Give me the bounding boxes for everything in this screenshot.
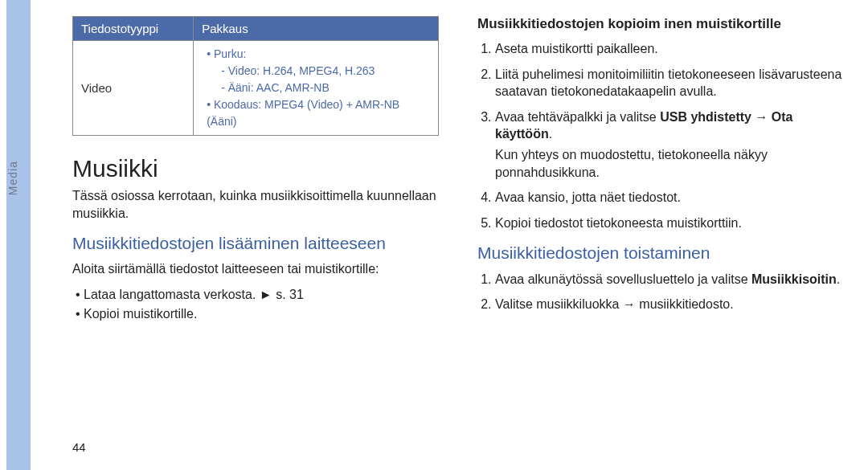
codec-purku-label: Purku: <box>214 47 246 60</box>
copy-step-5: Kopioi tiedostot tietokoneesta muistikor… <box>495 215 844 232</box>
section-title: Musiikki <box>72 155 439 182</box>
subsection-add: Musiikkitiedostojen lisääminen laitteese… <box>72 233 439 254</box>
td-video: Video <box>73 41 194 136</box>
codec-table: Tiedostotyyppi Pakkaus Video Purku: Vide… <box>72 16 439 136</box>
codec-koodaus: Koodaus: MPEG4 (Video) + AMR-NB (Ääni) <box>207 96 430 130</box>
codec-purku-video: Video: H.264, MPEG4, H.263 <box>221 63 430 80</box>
add-lead: Aloita siirtämällä tiedostot laitteeseen… <box>72 260 439 278</box>
th-packing: Pakkaus <box>194 17 439 41</box>
side-tab-label: Media <box>6 161 31 195</box>
play-step-1-pre: Avaa alkunäytössä sovellusluettelo ja va… <box>495 272 751 286</box>
side-tab: Media <box>0 0 34 470</box>
right-column: Musiikkitiedostojen kopioim inen muistik… <box>477 16 844 454</box>
copy-step-3-arrow: → <box>751 110 772 124</box>
play-step-2: Valitse musiikkiluokka → musiikkitiedost… <box>495 296 844 313</box>
copy-heading: Musiikkitiedostojen kopioim inen muistik… <box>477 16 844 32</box>
bullet-copy: Kopioi muistikortille. <box>76 307 439 321</box>
left-column: Tiedostotyyppi Pakkaus Video Purku: Vide… <box>72 16 439 454</box>
copy-step-3: Avaa tehtäväpalkki ja valitse USB yhdist… <box>495 108 844 181</box>
bullet-download: Lataa langattomasta verkosta. ► s. 31 <box>76 288 439 302</box>
copy-step-3-pre: Avaa tehtäväpalkki ja valitse <box>495 110 660 124</box>
play-step-1: Avaa alkunäytössä sovellusluettelo ja va… <box>495 271 844 288</box>
page-number: 44 <box>72 440 86 454</box>
add-bullets: Lataa langattomasta verkosta. ► s. 31 Ko… <box>72 288 439 321</box>
td-codec: Purku: Video: H.264, MPEG4, H.263 Ääni: … <box>194 41 439 136</box>
copy-step-3-note: Kun yhteys on muodostettu, tietokoneella… <box>495 146 844 181</box>
copy-step-4: Avaa kansio, jotta näet tiedostot. <box>495 189 844 206</box>
play-step-1-bold: Musiikkisoitin <box>751 272 837 286</box>
th-filetype: Tiedostotyyppi <box>73 17 194 41</box>
page-content: Tiedostotyyppi Pakkaus Video Purku: Vide… <box>72 16 844 454</box>
copy-step-2: Liitä puhelimesi monitoimiliitin tietoko… <box>495 66 844 100</box>
codec-purku-audio: Ääni: AAC, AMR-NB <box>221 80 430 96</box>
side-tab-bg <box>6 0 31 470</box>
copy-step-3-bold1: USB yhdistetty <box>660 110 751 124</box>
copy-step-1: Aseta muistikortti paikalleen. <box>495 40 844 58</box>
subsection-play: Musiikkitiedostojen toistaminen <box>477 243 844 264</box>
copy-step-3-post: . <box>549 127 552 141</box>
copy-steps: Aseta muistikortti paikalleen. Liitä puh… <box>477 40 844 231</box>
play-step-1-post: . <box>837 272 840 286</box>
play-steps: Avaa alkunäytössä sovellusluettelo ja va… <box>477 271 844 313</box>
section-intro: Tässä osiossa kerrotaan, kuinka musiikki… <box>72 187 439 222</box>
